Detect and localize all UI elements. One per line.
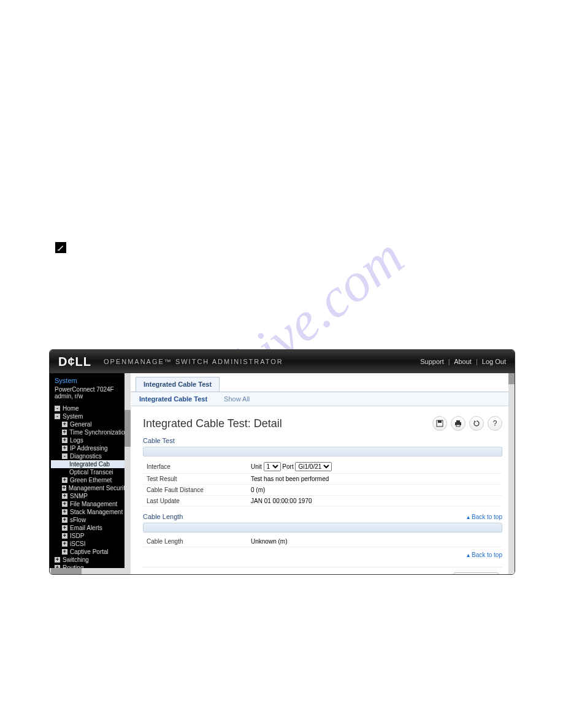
nav-item-label: Email Alerts — [70, 525, 102, 531]
expand-icon[interactable]: - — [62, 453, 67, 459]
fault-distance-label: Cable Fault Distance — [143, 485, 247, 496]
expand-icon[interactable]: + — [62, 446, 67, 451]
refresh-icon[interactable] — [469, 416, 484, 431]
run-test-button[interactable]: Run Test — [454, 572, 499, 575]
test-result-value: Test has not been performed — [247, 474, 502, 485]
expand-icon[interactable]: + — [62, 501, 67, 507]
sidebar-vscroll[interactable] — [124, 373, 131, 574]
nav-item-label: ISDP — [70, 533, 84, 539]
dell-logo: D¢LL — [58, 355, 91, 369]
expand-icon[interactable]: + — [62, 430, 67, 435]
nav-item-label: Green Ethernet — [70, 477, 112, 483]
cable-test-table: Interface Unit 1 Port Gi1/0/21 Test Resu… — [143, 460, 502, 507]
nav-item-snmp[interactable]: +SNMP — [51, 492, 129, 500]
note-icon — [55, 242, 66, 253]
section-cable-test-label: Cable Test — [143, 437, 502, 444]
expand-icon[interactable]: + — [62, 509, 67, 515]
main-vscroll[interactable] — [508, 373, 515, 574]
nav-item-label: sFlow — [70, 517, 86, 523]
app-window: D¢LL OPENMANAGE™ SWITCH ADMINISTRATOR Su… — [49, 349, 515, 575]
nav-item-time-synchronization[interactable]: +Time Synchronization — [51, 428, 129, 436]
user-role: admin, r/w — [55, 393, 126, 400]
device-model: PowerConnect 7024F — [55, 386, 126, 393]
nav-item-iscsi[interactable]: +iSCSI — [51, 540, 129, 548]
expand-icon[interactable]: + — [62, 525, 67, 531]
support-link[interactable]: Support — [420, 358, 444, 365]
nav-item-captive-portal[interactable]: +Captive Portal — [51, 548, 129, 556]
logout-link[interactable]: Log Out — [482, 358, 506, 365]
header-links: Support | About | Log Out — [420, 358, 506, 365]
unit-label: Unit — [251, 463, 262, 470]
back-to-top-link-2[interactable]: ▴ Back to top — [467, 552, 502, 558]
nav-item-label: Time Synchronization — [69, 429, 128, 436]
nav-item-switching[interactable]: +Switching — [51, 556, 129, 564]
sidebar-hscroll[interactable] — [50, 568, 124, 574]
cable-length-value: Unknown (m) — [247, 536, 502, 547]
unit-select[interactable]: 1 — [264, 462, 281, 471]
expand-icon[interactable]: + — [62, 549, 67, 555]
expand-icon[interactable]: + — [62, 517, 67, 523]
about-link[interactable]: About — [454, 358, 472, 365]
app-header: D¢LL OPENMANAGE™ SWITCH ADMINISTRATOR Su… — [50, 350, 515, 373]
main-panel: Integrated Cable Test Integrated Cable T… — [131, 373, 515, 574]
svg-rect-5 — [456, 425, 460, 427]
sidebar: System PowerConnect 7024F admin, r/w -Ho… — [50, 373, 131, 574]
nav-item-green-ethernet[interactable]: +Green Ethernet — [51, 476, 129, 484]
system-link[interactable]: System — [55, 377, 126, 384]
note-block — [55, 242, 66, 253]
nav-item-file-management[interactable]: +File Management — [51, 500, 129, 508]
app-title: OPENMANAGE™ SWITCH ADMINISTRATOR — [104, 358, 283, 365]
nav-item-label: Diagnostics — [70, 453, 102, 460]
expand-icon[interactable]: - — [55, 414, 60, 419]
expand-icon[interactable]: + — [62, 477, 67, 483]
back-to-top-link[interactable]: ▴ Back to top — [467, 514, 502, 520]
expand-icon[interactable]: + — [62, 493, 67, 499]
expand-icon[interactable]: + — [62, 541, 67, 547]
nav-item-optical-transcei[interactable]: Optical Transcei — [51, 468, 129, 476]
nav-item-ip-addressing[interactable]: +IP Addressing — [51, 444, 129, 452]
expand-icon[interactable]: + — [55, 557, 60, 563]
tab-integrated-cable-test[interactable]: Integrated Cable Test — [136, 377, 220, 392]
test-result-label: Test Result — [143, 474, 247, 485]
nav-item-stack-management[interactable]: +Stack Management — [51, 508, 129, 516]
port-label: Port — [282, 463, 293, 470]
nav-item-label: Switching — [63, 556, 89, 563]
nav-item-sflow[interactable]: +sFlow — [51, 516, 129, 524]
nav-item-integrated-cab[interactable]: Integrated Cab — [51, 460, 129, 468]
subtab-row: Integrated Cable Test Show All — [131, 392, 515, 406]
nav-item-management-security[interactable]: +Management Security — [51, 484, 129, 492]
tab-row: Integrated Cable Test — [131, 373, 515, 392]
port-select[interactable]: Gi1/0/21 — [295, 462, 332, 471]
expand-icon[interactable]: + — [62, 438, 67, 443]
nav-item-diagnostics[interactable]: -Diagnostics — [51, 452, 129, 460]
nav-item-label: Stack Management — [70, 509, 123, 515]
help-icon[interactable]: ? — [488, 416, 502, 431]
subtab-detail[interactable]: Integrated Cable Test — [139, 395, 207, 403]
nav-item-logs[interactable]: +Logs — [51, 436, 129, 444]
expand-icon[interactable]: + — [62, 422, 67, 427]
save-icon[interactable] — [432, 416, 447, 431]
print-icon[interactable] — [451, 416, 465, 431]
subtab-show-all[interactable]: Show All — [224, 395, 250, 403]
section-cable-length-bar — [143, 523, 502, 533]
nav-item-label: iSCSI — [70, 540, 86, 547]
nav-item-system[interactable]: -System — [51, 412, 129, 420]
nav-item-label: Home — [63, 405, 79, 412]
page-title: Integrated Cable Test: Detail — [143, 417, 282, 430]
fault-distance-value: 0 (m) — [247, 485, 502, 496]
expand-icon[interactable]: + — [62, 485, 66, 491]
last-update-label: Last Update — [143, 496, 247, 507]
expand-icon[interactable]: + — [62, 533, 67, 539]
nav-item-general[interactable]: +General — [51, 420, 129, 428]
interface-label: Interface — [143, 460, 247, 474]
nav-item-label: Optical Transcei — [69, 469, 113, 476]
nav-item-label: Logs — [70, 437, 83, 444]
svg-rect-2 — [438, 420, 442, 423]
nav-item-email-alerts[interactable]: +Email Alerts — [51, 524, 129, 532]
cable-length-label: Cable Length — [143, 536, 247, 547]
nav-item-isdp[interactable]: +ISDP — [51, 532, 129, 540]
expand-icon[interactable]: - — [55, 406, 60, 411]
nav-item-home[interactable]: -Home — [51, 404, 129, 412]
nav-item-label: Integrated Cab — [69, 461, 110, 468]
section-cable-length-label: Cable Length — [143, 513, 183, 520]
